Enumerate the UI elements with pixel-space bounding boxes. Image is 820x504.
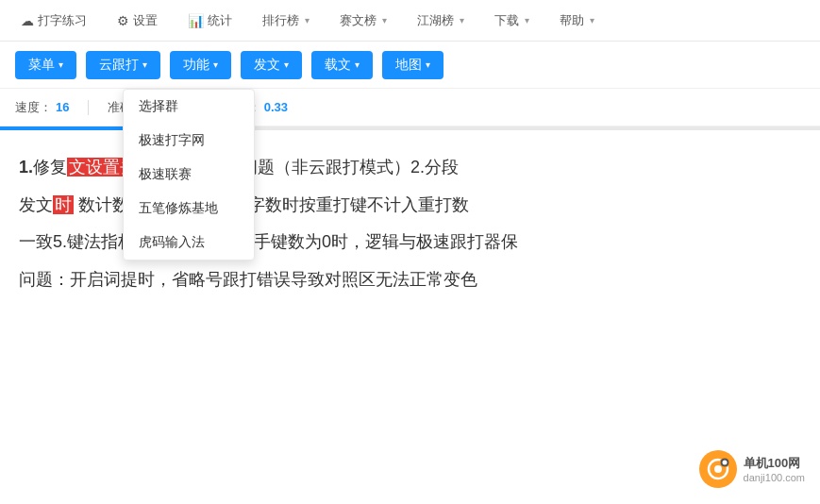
map-chevron-icon: ▾ xyxy=(426,59,430,70)
nav-help-label: 帮助 xyxy=(560,12,584,29)
content-highlight-2: 时 xyxy=(53,195,74,214)
speed-value: 16 xyxy=(56,100,69,114)
cloud-follow-label: 云跟打 xyxy=(99,57,139,74)
nav-stats-label: 统计 xyxy=(208,12,232,29)
logo-title: 单机100网 xyxy=(744,455,805,472)
logo-watermark: 单机100网 danji100.com xyxy=(698,449,805,489)
cloud-chevron-icon: ▾ xyxy=(142,59,147,70)
secondary-toolbar: 菜单 ▾ 云跟打 ▾ 功能 ▾ 发文 ▾ 载文 ▾ 地图 ▾ xyxy=(0,42,820,89)
nav-race-label: 赛文榜 xyxy=(340,12,377,29)
download-chevron-icon: ▾ xyxy=(525,15,529,25)
speed-label: 速度： xyxy=(15,99,52,116)
top-navigation: ☁ 打字练习 ⚙ 设置 📊 统计 排行榜 ▾ 赛文榜 ▾ 江湖榜 ▾ 下载 ▾ … xyxy=(0,0,820,42)
nav-download-label: 下载 xyxy=(494,12,519,29)
nav-jianghu[interactable]: 江湖榜 ▾ xyxy=(411,8,470,33)
load-chevron-icon: ▾ xyxy=(355,59,360,70)
ranking-chevron-icon: ▾ xyxy=(305,15,310,25)
dropdown-item-tiger-input[interactable]: 虎码输入法 xyxy=(124,226,254,260)
race-chevron-icon: ▾ xyxy=(382,15,387,25)
nav-ranking-label: 排行榜 xyxy=(262,12,299,29)
menu-chevron-icon: ▾ xyxy=(59,59,63,70)
cloud-follow-button[interactable]: 云跟打 ▾ xyxy=(86,51,160,79)
dropdown-item-wubi-base[interactable]: 五笔修炼基地 xyxy=(124,192,254,226)
nav-help[interactable]: 帮助 ▾ xyxy=(554,8,600,33)
logo-text: 单机100网 danji100.com xyxy=(744,455,805,483)
nav-download[interactable]: 下载 ▾ xyxy=(489,8,535,33)
load-text-button[interactable]: 载文 ▾ xyxy=(311,51,373,79)
content-line3: 一致5.键法指标优化：左手或右手键数为0时，逻辑与极速跟打器保 xyxy=(19,232,518,251)
dropdown-menu: 选择群 极速打字网 极速联赛 五笔修炼基地 虎码输入法 xyxy=(123,89,255,260)
dropdown-label-1: 极速打字网 xyxy=(139,132,205,147)
dropdown-item-select-group[interactable]: 选择群 xyxy=(124,90,254,124)
nav-typing-practice[interactable]: ☁ 打字练习 xyxy=(15,8,92,33)
cloud-icon: ☁ xyxy=(21,13,34,28)
menu-button-label: 菜单 xyxy=(28,57,55,74)
stat-divider-1 xyxy=(88,100,89,115)
logo-icon-container xyxy=(698,449,738,489)
content-repair: 修复 xyxy=(33,158,67,176)
nav-typing-label: 打字练习 xyxy=(38,12,87,29)
logo-subtitle: danji100.com xyxy=(744,472,805,483)
load-text-label: 载文 xyxy=(325,57,351,74)
nav-race-text[interactable]: 赛文榜 ▾ xyxy=(334,8,393,33)
post-chevron-icon: ▾ xyxy=(284,59,289,70)
help-chevron-icon: ▾ xyxy=(590,15,594,25)
content-line4: 问题：开启词提时，省略号跟打错误导致对照区无法正常变色 xyxy=(19,270,477,289)
chart-icon: 📊 xyxy=(188,13,204,28)
nav-settings-label: 设置 xyxy=(133,12,158,29)
content-num-1: 1. xyxy=(19,158,33,176)
nav-jianghu-label: 江湖榜 xyxy=(417,12,454,29)
logo-svg xyxy=(698,449,738,489)
speed-stat: 速度： 16 xyxy=(15,99,69,116)
dropdown-label-0: 选择群 xyxy=(139,98,178,113)
function-chevron-icon: ▾ xyxy=(213,59,218,70)
code-length-value: 0.33 xyxy=(264,100,288,114)
dropdown-label-2: 极速联赛 xyxy=(139,166,192,181)
menu-button[interactable]: 菜单 ▾ xyxy=(15,51,76,79)
gear-icon: ⚙ xyxy=(117,13,129,28)
dropdown-item-jisu-typing[interactable]: 极速打字网 xyxy=(124,124,254,158)
dropdown-label-4: 虎码输入法 xyxy=(139,234,205,249)
dropdown-item-jisu-league[interactable]: 极速联赛 xyxy=(124,158,254,192)
svg-point-2 xyxy=(714,465,722,473)
map-button[interactable]: 地图 ▾ xyxy=(382,51,443,79)
map-label: 地图 xyxy=(395,57,422,74)
nav-settings[interactable]: ⚙ 设置 xyxy=(111,8,163,33)
dropdown-label-3: 五笔修炼基地 xyxy=(139,200,218,215)
function-button[interactable]: 功能 ▾ xyxy=(170,51,231,79)
post-button[interactable]: 发文 ▾ xyxy=(241,51,302,79)
nav-ranking[interactable]: 排行榜 ▾ xyxy=(257,8,315,33)
svg-point-4 xyxy=(722,461,727,465)
content-post-text: 发文 xyxy=(19,195,53,214)
post-label: 发文 xyxy=(254,57,280,74)
function-label: 功能 xyxy=(183,57,209,74)
jianghu-chevron-icon: ▾ xyxy=(460,15,464,25)
nav-stats[interactable]: 📊 统计 xyxy=(182,8,238,33)
